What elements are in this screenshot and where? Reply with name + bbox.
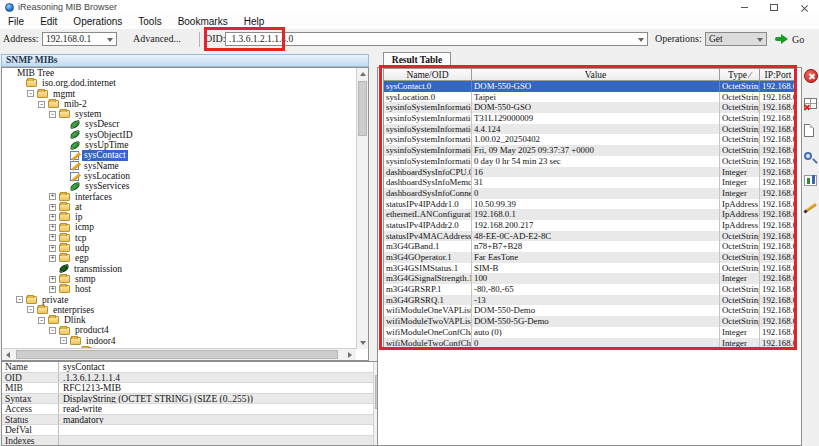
- tree-item[interactable]: - system: [2, 109, 355, 119]
- tree-expander-icon[interactable]: -: [49, 111, 56, 118]
- result-table-row[interactable]: wifiModuleOneConfChann... auto (0) Integ…: [384, 327, 794, 338]
- tree-expander-icon[interactable]: +: [49, 204, 56, 211]
- tree-expander-icon[interactable]: -: [27, 90, 34, 97]
- tree-item[interactable]: + udp: [2, 243, 355, 253]
- tree-expander-icon[interactable]: -: [27, 306, 34, 313]
- tree-expander-icon[interactable]: +: [49, 245, 56, 252]
- column-header-value[interactable]: Value: [472, 69, 720, 80]
- column-header-ip-port[interactable]: IP:Port: [760, 69, 796, 80]
- tree-item[interactable]: - indoor4: [2, 336, 355, 346]
- tree-item[interactable]: sysObjectID: [2, 130, 355, 140]
- property-row[interactable]: Indexes: [2, 436, 373, 446]
- chevron-down-icon[interactable]: [107, 38, 113, 42]
- result-table-row[interactable]: sysContact.0 DOM-550-GSO OctetString 192…: [384, 81, 794, 92]
- tree-expander-icon[interactable]: -: [16, 296, 23, 303]
- oid-combobox[interactable]: .1.3.6.1.2.1.1.4.0: [225, 32, 648, 46]
- scroll-right-icon[interactable]: [344, 349, 356, 361]
- document-icon[interactable]: [804, 124, 814, 137]
- close-button[interactable]: [789, 0, 819, 14]
- scrollbar-thumb[interactable]: [16, 350, 338, 359]
- chevron-down-icon[interactable]: [638, 38, 644, 42]
- tree-expander-icon[interactable]: -: [49, 327, 56, 334]
- result-table-row[interactable]: wifiModuleTwoVAPListSS... DOM-550-5G-Dem…: [384, 316, 794, 327]
- result-table-row[interactable]: sysinfoSystemInformation... DOM-550-GSO …: [384, 102, 794, 113]
- result-table-row[interactable]: statusIPv4IPAddr2.0 192.168.200.217 IpAd…: [384, 220, 794, 231]
- tree-item[interactable]: sysServices: [2, 181, 355, 191]
- column-header-type[interactable]: Type ∕: [720, 69, 760, 80]
- maximize-button[interactable]: [759, 0, 789, 14]
- property-row[interactable]: Access read-write: [2, 404, 373, 415]
- result-table-row[interactable]: sysinfoSystemInformation... 4.4.124 Octe…: [384, 124, 794, 135]
- property-row[interactable]: Name sysContact: [2, 362, 373, 373]
- result-table-row[interactable]: sysinfoSystemInformation... T31L12900000…: [384, 113, 794, 124]
- column-header-name-oid[interactable]: Name/OID: [384, 69, 472, 80]
- menu-item[interactable]: Tools: [130, 14, 169, 29]
- property-row[interactable]: Status mandatory: [2, 415, 373, 426]
- result-table-row[interactable]: statusIPv4IPAddr1.0 10.50.99.39 IpAddres…: [384, 199, 794, 210]
- tree-expander-icon[interactable]: +: [49, 286, 56, 293]
- tree-item[interactable]: iso.org.dod.internet: [2, 78, 355, 88]
- result-table-row[interactable]: m3G4GRSRP.1 -80,-80,-65 OctetString 192.…: [384, 284, 794, 295]
- tree-item[interactable]: - mgmt: [2, 89, 355, 99]
- tree-item[interactable]: + icmp: [2, 222, 355, 232]
- result-table-row[interactable]: sysinfoSystemInformationF... 1.00.02_202…: [384, 134, 794, 145]
- chart-icon[interactable]: [804, 175, 817, 186]
- tree-item[interactable]: + egp: [2, 253, 355, 263]
- clear-results-icon[interactable]: [804, 69, 818, 83]
- result-table-row[interactable]: sysLocation.0 Taipei OctetString 192.168…: [384, 92, 794, 103]
- menu-item[interactable]: Edit: [32, 14, 65, 29]
- result-table-row[interactable]: m3G4GSIMStatus.1 SIM-B OctetString 192.1…: [384, 263, 794, 274]
- tree-item[interactable]: - mib-2: [2, 99, 355, 109]
- tree-item[interactable]: - private: [2, 295, 355, 305]
- scroll-up-icon[interactable]: [357, 68, 369, 80]
- tree-item[interactable]: - product4: [2, 325, 355, 335]
- tree-item[interactable]: sysLocation: [2, 171, 355, 181]
- scroll-down-icon[interactable]: [357, 337, 369, 349]
- result-table-row[interactable]: wifiModuleOneVAPListSSI... DOM-550-Demo …: [384, 305, 794, 316]
- scroll-left-icon[interactable]: [2, 349, 14, 361]
- menu-item[interactable]: Help: [236, 14, 273, 29]
- magnifier-icon[interactable]: [804, 152, 812, 160]
- property-row[interactable]: DefVal: [2, 425, 373, 436]
- pen-edit-icon[interactable]: [804, 201, 818, 215]
- tree-item[interactable]: sysContact: [2, 150, 355, 160]
- result-table-row[interactable]: m3G4GSignalStrength.1 100 Integer 192.16…: [384, 273, 794, 284]
- advanced-button[interactable]: Advanced...: [133, 33, 181, 44]
- scrollbar-thumb[interactable]: [358, 81, 367, 136]
- result-table-row[interactable]: m3G4GBand.1 n78+B7+B28 OctetString 192.1…: [384, 241, 794, 252]
- tree-vertical-scrollbar[interactable]: [356, 68, 368, 349]
- result-table-row[interactable]: dashboardSysInfoMemory.0 31 Integer 192.…: [384, 177, 794, 188]
- tab-result-table[interactable]: Result Table: [383, 52, 451, 67]
- tree-expander-icon[interactable]: +: [49, 234, 56, 241]
- tree-item[interactable]: + ip: [2, 212, 355, 222]
- tree-expander-icon[interactable]: +: [49, 276, 56, 283]
- tree-item[interactable]: + tcp: [2, 233, 355, 243]
- tree-expander-icon[interactable]: -: [38, 317, 45, 324]
- menu-item[interactable]: Bookmarks: [170, 14, 236, 29]
- tree-item[interactable]: - enterprises: [2, 305, 355, 315]
- tree-expander-icon[interactable]: -: [60, 337, 67, 344]
- menu-item[interactable]: Operations: [65, 14, 130, 29]
- tree-horizontal-scrollbar[interactable]: [2, 348, 356, 360]
- result-table-row[interactable]: dashboardSysInfoCPU.0 16 Integer 192.168…: [384, 167, 794, 178]
- property-row[interactable]: Syntax DisplayString (OCTET STRING) (SIZ…: [2, 394, 373, 405]
- address-combobox[interactable]: 192.168.0.1: [42, 32, 117, 46]
- tree-item[interactable]: sysDescr: [2, 119, 355, 129]
- delete-table-icon[interactable]: [804, 98, 817, 109]
- chevron-down-icon[interactable]: [757, 38, 763, 42]
- tree-item[interactable]: sysName: [2, 161, 355, 171]
- tree-item[interactable]: MIB Tree: [2, 68, 355, 78]
- tree-expander-icon[interactable]: -: [38, 101, 45, 108]
- go-button[interactable]: Go: [775, 31, 815, 47]
- property-row[interactable]: MIB RFC1213-MIB: [2, 383, 373, 394]
- tree-item[interactable]: + interfaces: [2, 192, 355, 202]
- result-table-row[interactable]: m3G4GRSRQ.1 -13 OctetString 192.168.0...…: [384, 295, 794, 306]
- result-table-row[interactable]: ethernetLANConfiguration... 192.168.0.1 …: [384, 209, 794, 220]
- result-table-row[interactable]: sysinfoSystemInformationS... Fri, 09 May…: [384, 145, 794, 156]
- result-table-row[interactable]: dashboardSysInfoConnecti... 0 Integer 19…: [384, 188, 794, 199]
- tree-expander-icon[interactable]: +: [49, 214, 56, 221]
- tree-expander-icon[interactable]: +: [49, 193, 56, 200]
- result-table-row[interactable]: wifiModuleTwoConfChan... 0 Integer 192.1…: [384, 338, 794, 349]
- tree-item[interactable]: + snmp: [2, 274, 355, 284]
- result-table-row[interactable]: m3G4GOperator.1 Far EasTone OctetString …: [384, 252, 794, 263]
